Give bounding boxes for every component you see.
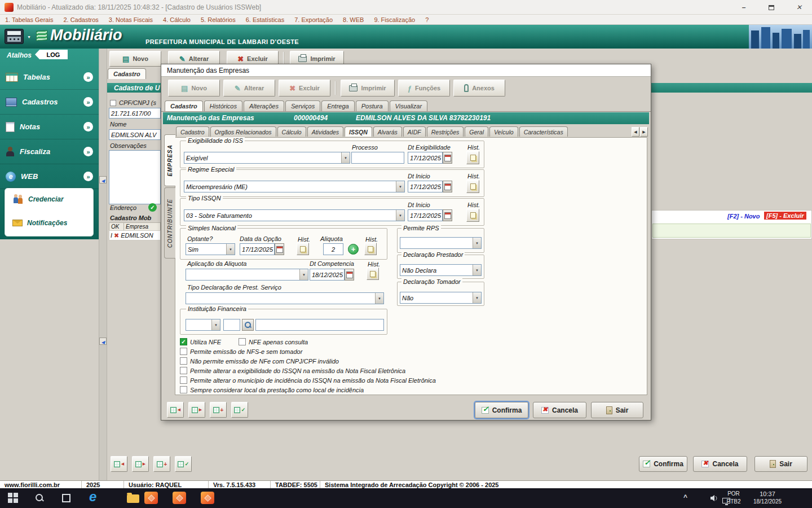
checkbox-utiliza-nfe[interactable]: [180, 338, 187, 345]
dt-competencia-calendar-button[interactable]: [345, 269, 354, 281]
dialog-anexos-button[interactable]: Anexos: [453, 80, 505, 97]
combo-arrow[interactable]: [396, 210, 404, 221]
dialog-titlebar[interactable]: Manutenção das Empresas: [161, 64, 651, 77]
sidebar-item-credenciar[interactable]: Credenciar: [12, 194, 64, 204]
combo-arrow[interactable]: [473, 238, 481, 248]
banner-dropdown-icon[interactable]: [27, 35, 31, 39]
tab-issqn[interactable]: ISSQN: [345, 126, 372, 137]
menu-tabelas-gerais[interactable]: 1. Tabelas Gerais: [0, 16, 58, 23]
dt-inicio-regime-input[interactable]: 17/12/2025: [408, 181, 443, 192]
log-button[interactable]: LOG: [35, 50, 68, 59]
app-taskbar-icon-1[interactable]: [144, 492, 158, 504]
combo-arrow[interactable]: [396, 181, 404, 192]
tab-entrega[interactable]: Entrega: [321, 100, 355, 111]
combo-arrow[interactable]: [473, 292, 481, 303]
optante-select[interactable]: Sim: [186, 243, 235, 255]
tab-visualizar[interactable]: Visualizar: [390, 100, 428, 111]
checkbox-nfse-sem-tomador[interactable]: [180, 348, 187, 355]
grid-col-ok[interactable]: OK: [109, 222, 124, 231]
taskbar-search-icon[interactable]: [35, 493, 44, 502]
main-toolbar-novo-button[interactable]: Novo: [109, 51, 161, 67]
sidebar-item-notificacoes[interactable]: Notificações: [12, 219, 67, 227]
splitter-arrow-bottom[interactable]: [99, 338, 107, 345]
grid-col-empresa[interactable]: Empresa: [123, 222, 161, 231]
instituicao-search-button[interactable]: [242, 319, 254, 331]
data-opcao-input[interactable]: 17/12/2025: [240, 243, 275, 255]
exigibilidade-history-button[interactable]: [466, 151, 479, 164]
menu-fiscalizacao[interactable]: 9. Fiscalização: [369, 16, 420, 23]
sidebar-item-cadastros[interactable]: Cadastros: [0, 90, 99, 115]
regime-select[interactable]: Microempresário (ME): [184, 181, 405, 192]
dialog-excluir-button[interactable]: Excluir: [279, 80, 330, 97]
dt-inicio-regime-calendar-button[interactable]: [443, 181, 452, 192]
tab-aidf[interactable]: AIDF: [403, 126, 426, 137]
tab-cadastro-inner[interactable]: Cadastro: [176, 126, 209, 137]
combo-arrow[interactable]: [226, 244, 235, 255]
aplicacao-history-button[interactable]: [367, 268, 379, 280]
dialog-nav-next-button[interactable]: [188, 402, 205, 418]
menu-exportacao[interactable]: 7. Exportação: [289, 16, 338, 23]
main-confirma-button[interactable]: Confirma: [639, 456, 687, 472]
task-view-icon[interactable]: [62, 494, 70, 502]
dt-inicio-tipo-input[interactable]: 17/12/2025: [408, 209, 443, 221]
dt-exigibilidade-input[interactable]: 17/12/2025: [408, 152, 443, 164]
simples-history-button[interactable]: [297, 243, 309, 255]
app-taskbar-icon-3[interactable]: [201, 492, 214, 504]
tab-caracteristicas[interactable]: Características: [519, 126, 568, 137]
exigibilidade-select[interactable]: Exigível: [184, 152, 350, 164]
combo-arrow[interactable]: [375, 293, 383, 304]
sidebar-item-tabelas[interactable]: Tabelas: [0, 65, 99, 90]
side-tab-contribuinte[interactable]: CONTRIBUINTE: [164, 187, 175, 259]
data-opcao-calendar-button[interactable]: [275, 243, 284, 255]
speaker-icon[interactable]: [710, 494, 718, 502]
tab-orgaos-relacionados[interactable]: Orgãos Relacionados: [210, 126, 276, 137]
sidebar-item-web[interactable]: WEB: [0, 164, 99, 189]
dialog-funcoes-button[interactable]: Funções: [398, 80, 450, 97]
menu-help[interactable]: ?: [420, 16, 434, 23]
dialog-confirma-button[interactable]: Confirma: [475, 402, 528, 418]
dialog-cancela-button[interactable]: Cancela: [533, 402, 586, 418]
tab-alvaras[interactable]: Alvarás: [373, 126, 402, 137]
permite-rps-select[interactable]: [400, 237, 482, 249]
minimize-button[interactable]: [731, 0, 757, 15]
tab-servicos[interactable]: Serviços: [285, 100, 320, 111]
tab-alteracoes[interactable]: Alterações: [244, 100, 284, 111]
nav-add-button[interactable]: [153, 456, 170, 472]
language-indicator[interactable]: POR PTB2: [723, 490, 744, 506]
chevron-right-icon[interactable]: [83, 147, 93, 156]
tab-scroll-right-button[interactable]: [640, 127, 648, 137]
observacoes-textarea[interactable]: [109, 150, 161, 204]
declaracao-prestador-select[interactable]: Não Declara: [400, 264, 482, 276]
app-taskbar-icon-2[interactable]: [173, 492, 186, 504]
tipo-declaracao-select[interactable]: [186, 292, 384, 304]
main-sair-button[interactable]: Sair: [754, 456, 807, 472]
aplicacao-select[interactable]: [186, 269, 308, 281]
sidebar-item-notas[interactable]: Notas: [0, 115, 99, 139]
combo-arrow[interactable]: [473, 265, 481, 275]
menu-cadastros[interactable]: 2. Cadastros: [58, 16, 103, 23]
tipo-issqn-select[interactable]: 03 - Sobre Faturamento: [184, 209, 405, 221]
aliquota-history-button[interactable]: [364, 243, 377, 255]
combo-arrow[interactable]: [299, 269, 308, 280]
calculator-icon[interactable]: [5, 29, 24, 44]
tray-expand-icon[interactable]: ^: [683, 493, 687, 501]
file-explorer-icon[interactable]: [127, 494, 139, 503]
instituicao-codigo-input[interactable]: [223, 319, 240, 331]
menu-estatisticas[interactable]: 6. Estatísticas: [241, 16, 289, 23]
clock[interactable]: 10:37 18/12/2025: [747, 490, 788, 506]
aliquota-input[interactable]: 2: [323, 243, 343, 255]
regime-history-button[interactable]: [466, 180, 479, 193]
menu-relatorios[interactable]: 5. Relatórios: [196, 16, 241, 23]
tab-postura[interactable]: Postura: [356, 100, 389, 111]
grid-row[interactable]: I EDMILSON: [109, 230, 161, 240]
grid-row-highlight[interactable]: [652, 224, 811, 238]
tipo-history-button[interactable]: [466, 209, 479, 222]
processo-input[interactable]: [351, 152, 404, 164]
cpf-input[interactable]: 21.721.617/00: [109, 108, 161, 119]
combo-arrow[interactable]: [341, 152, 350, 163]
sidebar-item-fiscaliza[interactable]: Fiscaliza: [0, 139, 99, 164]
tab-veiculo[interactable]: Veículo: [489, 126, 518, 137]
nav-next-button[interactable]: [132, 456, 149, 472]
declaracao-tomador-select[interactable]: Não: [400, 292, 482, 304]
splitter-arrow-top[interactable]: [99, 176, 107, 183]
